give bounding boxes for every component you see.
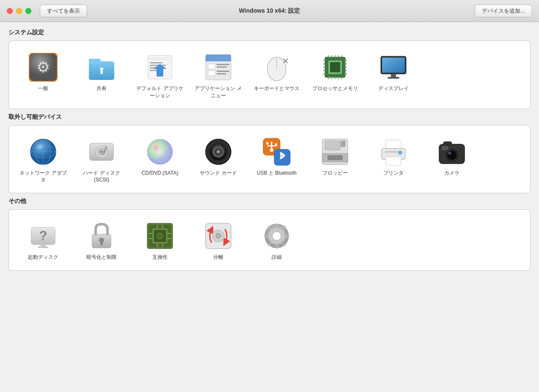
usb-bt-icon bbox=[261, 137, 292, 167]
cd-dvd-icon bbox=[145, 137, 175, 167]
add-device-button[interactable]: デバイスを追加... bbox=[475, 5, 532, 17]
compatibility-icon bbox=[145, 221, 175, 251]
usb-bt-label: USB と Bluetooth bbox=[257, 170, 297, 177]
svg-rect-132 bbox=[264, 235, 269, 237]
sharing-label: 共有 bbox=[96, 85, 107, 92]
icon-item-sharing[interactable]: ⬆ 共有 bbox=[74, 49, 129, 102]
section-body-removable: ネットワーク アダプタ bbox=[8, 125, 531, 194]
icon-item-display[interactable]: ディスプレイ bbox=[366, 49, 421, 102]
svg-text:?: ? bbox=[39, 228, 47, 243]
svg-rect-14 bbox=[208, 64, 215, 69]
encryption-label: 暗号化と制限 bbox=[86, 254, 117, 261]
icon-item-processor[interactable]: プロセッサとメモリ bbox=[308, 49, 363, 102]
svg-text:⬆: ⬆ bbox=[98, 66, 105, 76]
default-app-label: デフォルト アプリケーション bbox=[135, 85, 185, 99]
svg-rect-86 bbox=[341, 141, 345, 147]
keyboard-mouse-label: キーボードとマウス bbox=[254, 85, 300, 92]
svg-rect-108 bbox=[100, 241, 103, 245]
floppy-label: フロッピー bbox=[322, 170, 348, 177]
close-button[interactable] bbox=[7, 8, 13, 14]
show-all-button[interactable]: すべてを表示 bbox=[40, 5, 87, 17]
svg-point-80 bbox=[270, 148, 273, 152]
icon-item-isolation[interactable]: ⚙ 分離 bbox=[191, 218, 246, 263]
isolation-label: 分離 bbox=[213, 254, 223, 261]
svg-rect-98 bbox=[442, 146, 448, 150]
sharing-icon: ⬆ bbox=[86, 52, 117, 82]
network-label: ネットワーク アダプタ bbox=[18, 170, 68, 184]
svg-rect-133 bbox=[284, 235, 289, 237]
svg-point-62 bbox=[100, 151, 103, 153]
svg-rect-131 bbox=[276, 244, 278, 249]
removable-icons-grid: ネットワーク アダプタ bbox=[16, 134, 523, 186]
cd-dvd-label: CD/DVD (SATA) bbox=[142, 170, 179, 177]
default-app-icon bbox=[145, 52, 175, 82]
section-removable-devices: 取外し可能デバイス bbox=[8, 113, 531, 194]
other-icons-grid: ? 起動ディスク bbox=[16, 218, 523, 263]
svg-point-67 bbox=[159, 151, 161, 153]
hard-disk-label: ハード ディスク (SCSI) bbox=[77, 170, 126, 184]
svg-rect-51 bbox=[388, 77, 399, 79]
svg-rect-18 bbox=[217, 71, 229, 72]
icon-item-hard-disk[interactable]: ハード ディスク (SCSI) bbox=[74, 134, 129, 186]
startup-label: 起動ディスク bbox=[28, 254, 58, 261]
advanced-icon bbox=[261, 221, 292, 251]
compatibility-label: 互換性 bbox=[152, 254, 168, 261]
floppy-icon bbox=[320, 137, 350, 167]
svg-rect-83 bbox=[325, 141, 340, 150]
icon-item-floppy[interactable]: フロッピー bbox=[308, 134, 363, 186]
icon-item-camera[interactable]: カメラ bbox=[424, 134, 479, 186]
processor-icon bbox=[320, 52, 350, 82]
svg-text:⚙: ⚙ bbox=[215, 232, 222, 240]
section-title-other: その他 bbox=[8, 197, 531, 205]
icon-item-app-menu[interactable]: アプリケーション メニュー bbox=[191, 49, 246, 102]
general-label: 一般 bbox=[38, 85, 48, 92]
svg-point-78 bbox=[266, 142, 269, 145]
section-other: その他 bbox=[8, 197, 531, 271]
section-title-system: システム設定 bbox=[8, 29, 531, 36]
svg-point-123 bbox=[158, 234, 162, 238]
app-menu-label: アプリケーション メニュー bbox=[193, 85, 243, 99]
svg-rect-50 bbox=[391, 74, 396, 77]
icon-item-sound[interactable]: サウンド カード bbox=[191, 134, 246, 186]
network-icon bbox=[28, 137, 58, 167]
icon-item-compatibility[interactable]: 互換性 bbox=[132, 218, 187, 263]
printer-icon bbox=[378, 137, 409, 167]
svg-rect-19 bbox=[217, 73, 226, 74]
svg-rect-17 bbox=[217, 66, 227, 68]
system-icons-grid: ⚙ 一般 bbox=[16, 49, 523, 102]
icon-item-cd-dvd[interactable]: CD/DVD (SATA) bbox=[132, 134, 187, 186]
svg-rect-7 bbox=[150, 62, 162, 63]
general-icon: ⚙ bbox=[28, 52, 58, 82]
window-title: Windows 10 x64: 設定 bbox=[239, 7, 300, 15]
svg-rect-85 bbox=[327, 155, 343, 160]
icon-item-general[interactable]: ⚙ 一般 bbox=[16, 49, 71, 102]
svg-point-97 bbox=[449, 152, 451, 154]
maximize-button[interactable] bbox=[25, 8, 31, 14]
minimize-button[interactable] bbox=[16, 8, 22, 14]
section-system-settings: システム設定 bbox=[8, 29, 531, 109]
icon-item-startup[interactable]: ? 起動ディスク bbox=[16, 218, 71, 263]
icon-item-advanced[interactable]: 詳細 bbox=[249, 218, 304, 263]
svg-rect-99 bbox=[443, 142, 452, 145]
keyboard-mouse-icon bbox=[261, 52, 292, 82]
svg-rect-130 bbox=[276, 223, 278, 228]
svg-text:⚙: ⚙ bbox=[36, 58, 50, 76]
hard-disk-icon bbox=[86, 137, 117, 167]
icon-item-network[interactable]: ネットワーク アダプタ bbox=[16, 134, 71, 186]
content-area: システム設定 bbox=[0, 22, 539, 392]
svg-rect-15 bbox=[208, 71, 215, 76]
svg-rect-49 bbox=[382, 58, 405, 73]
advanced-label: 詳細 bbox=[272, 254, 282, 261]
app-menu-icon bbox=[203, 52, 234, 82]
icon-item-printer[interactable]: プリンタ bbox=[366, 134, 421, 186]
svg-point-129 bbox=[272, 232, 281, 240]
sound-label: サウンド カード bbox=[200, 170, 236, 177]
display-label: ディスプレイ bbox=[378, 85, 409, 92]
icon-item-usb-bt[interactable]: USB と Bluetooth bbox=[249, 134, 304, 186]
svg-rect-16 bbox=[217, 64, 229, 65]
icon-item-default-app[interactable]: デフォルト アプリケーション bbox=[132, 49, 187, 102]
svg-point-74 bbox=[217, 151, 219, 153]
sound-icon bbox=[203, 137, 234, 167]
icon-item-encryption[interactable]: 暗号化と制限 bbox=[74, 218, 129, 263]
icon-item-keyboard-mouse[interactable]: キーボードとマウス bbox=[249, 49, 304, 102]
